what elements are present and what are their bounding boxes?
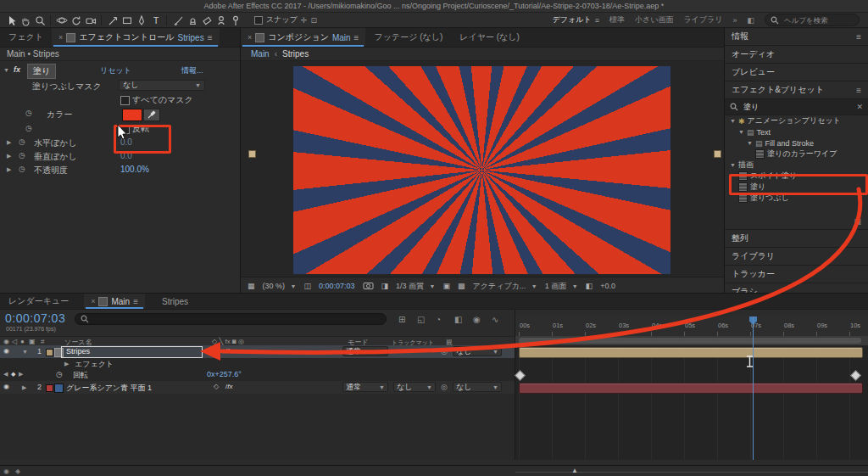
tree-text-folder[interactable]: ▼ ▤ Text — [725, 126, 868, 137]
motion-blur-icon[interactable]: ◉ — [473, 315, 481, 324]
prev-keyframe-icon[interactable]: ◀ — [3, 371, 8, 378]
panel-header-preview[interactable]: プレビュー — [725, 64, 868, 81]
time-ruler[interactable]: 00s 01s 02s 03s 04s 05s 06s 07s 08s 09s … — [515, 316, 868, 337]
pickwhip-icon[interactable]: ◎ — [441, 347, 448, 356]
snap-option2-icon[interactable]: ⊡ — [310, 16, 317, 25]
sync-settings-icon[interactable]: ◧ — [747, 16, 754, 25]
pen-tool-icon[interactable] — [134, 14, 148, 26]
stopwatch-icon[interactable]: ◷ — [25, 109, 32, 117]
tab-composition-main[interactable]: × コンポジション Main ≡ — [241, 28, 365, 47]
toggle-keyframes-icon[interactable]: ◈ — [15, 468, 20, 475]
close-icon[interactable]: × — [58, 33, 63, 42]
close-icon[interactable]: × — [248, 33, 252, 42]
selection-tool-icon[interactable] — [3, 14, 18, 26]
tab-timeline-stripes[interactable]: Stripes — [153, 294, 197, 309]
tree-generate-folder[interactable]: ▼ 描画 — [725, 160, 868, 171]
panel-header-align[interactable]: 整列 — [725, 230, 868, 248]
tree-animation-presets[interactable]: ▼ ✱ アニメーションプリセット — [725, 115, 868, 126]
rotation-tool-icon[interactable] — [69, 14, 83, 26]
graph-editor-icon[interactable]: ∿ — [492, 315, 498, 324]
orbit-camera-tool-icon[interactable] — [54, 14, 69, 26]
effect-name[interactable]: 塗り — [27, 64, 56, 79]
current-time-indicator[interactable] — [753, 316, 754, 460]
tree-effect-fill[interactable]: 塗り — [725, 182, 868, 193]
tab-layer[interactable]: レイヤー (なし) — [451, 28, 528, 47]
twirl-down-icon[interactable]: ▼ — [3, 67, 9, 73]
puppet-pin-tool-icon[interactable] — [228, 14, 242, 26]
workspace-default[interactable]: デフォルト ≡ — [553, 14, 599, 25]
exposure-value[interactable]: +0.0 — [600, 282, 615, 290]
twirl-down-icon[interactable]: ▼ — [747, 140, 753, 146]
twirl-right-icon[interactable]: ▶ — [7, 139, 11, 146]
label-color-chip[interactable] — [46, 384, 53, 392]
snapshot-camera-icon[interactable] — [363, 281, 374, 291]
layer-bar-stripes[interactable] — [519, 347, 863, 358]
rulers-icon[interactable]: ◫ — [303, 282, 311, 290]
twirl-down-icon[interactable]: ▼ — [738, 129, 744, 135]
snap-checkbox[interactable] — [254, 16, 263, 25]
channels-icon[interactable]: ◨ — [381, 282, 389, 290]
twirl-right-icon[interactable]: ▶ — [7, 166, 11, 173]
zoom-slider-track[interactable] — [515, 472, 868, 473]
comp-viewer[interactable] — [241, 61, 724, 277]
keyframe-toggle-icon[interactable]: ◆ — [11, 371, 15, 378]
rotation-label[interactable]: 回転 — [73, 370, 88, 381]
h-blur-value[interactable]: 0.0 — [120, 137, 132, 147]
fx-switch[interactable]: /fx — [225, 383, 232, 390]
snap-option-icon[interactable]: ✛ — [301, 16, 308, 25]
panel-menu-icon[interactable]: ≡ — [133, 297, 138, 306]
panel-header-tracker[interactable]: トラッカー — [725, 266, 868, 283]
view-popup[interactable]: アクティブカ... ▼ — [473, 281, 537, 292]
twirl-right-icon[interactable]: ▶ — [7, 153, 11, 160]
tab-render-queue[interactable]: レンダーキュー — [0, 294, 77, 309]
color-swatch[interactable] — [122, 109, 142, 121]
panel-menu-icon[interactable]: ≡ — [354, 33, 359, 42]
layer-handle[interactable] — [248, 150, 256, 158]
eye-icon[interactable]: ◉ — [3, 383, 9, 390]
tree-fill-and-stroke-folder[interactable]: ▼ ▤ Fill and Stroke — [725, 137, 868, 148]
nav-comp-link[interactable]: Main — [251, 49, 270, 59]
new-panel-icon[interactable]: ▣ — [854, 217, 861, 226]
v-blur-value[interactable]: 0.0 — [120, 151, 132, 160]
fill-mask-dropdown[interactable]: なし ▼ — [119, 80, 205, 91]
frame-blend-icon[interactable]: ◧ — [454, 315, 462, 324]
layer-bar-solid[interactable] — [519, 383, 863, 394]
pixel-aspect-icon[interactable]: ◧ — [586, 282, 593, 290]
tab-footage[interactable]: フッテージ (なし) — [365, 28, 451, 47]
panel-header-audio[interactable]: オーディオ — [725, 46, 868, 64]
tab-effects-partial[interactable]: フェクト — [0, 28, 52, 47]
tree-preset-fill-color-wipe[interactable]: 塗りのカラーワイプ — [725, 148, 868, 160]
zoom-slider-handle[interactable]: ▲ — [571, 467, 578, 474]
parent-dropdown-layer1[interactable]: なし▼ — [453, 346, 502, 356]
tree-effect-paint-bucket[interactable]: 塗りつぶし — [725, 193, 868, 204]
reset-link[interactable]: リセット — [100, 65, 131, 76]
next-keyframe-icon[interactable]: ▶ — [19, 371, 23, 378]
shape-tool-icon[interactable] — [120, 14, 134, 26]
shy-icon[interactable]: ◔ — [436, 315, 441, 324]
info-link[interactable]: 情報... — [181, 65, 203, 76]
hand-tool-icon[interactable] — [18, 14, 32, 26]
clear-search-icon[interactable]: ✕ — [856, 103, 863, 111]
fx-switch[interactable]: /fx — [225, 347, 232, 355]
quality-switch-icon[interactable]: ◇ — [214, 347, 219, 355]
rotation-property-row[interactable]: ◀ ◆ ▶ ◷ 回転 0x+257.6° — [0, 368, 515, 382]
timeline-search[interactable] — [75, 313, 387, 325]
opacity-value[interactable]: 100.0% — [120, 165, 149, 174]
workspace-overflow-icon[interactable]: » — [732, 16, 737, 25]
timeline-search-input[interactable] — [92, 314, 367, 324]
help-search-input[interactable] — [782, 15, 854, 25]
workspace-standard[interactable]: 標準 — [609, 14, 625, 25]
layer-row-2[interactable]: ◉ ▶ 2 グレー系シアン青 平面 1 ◇ /fx 通常▼ なし▼ ◎ なし▼ — [0, 381, 515, 395]
close-icon[interactable]: × — [91, 297, 95, 305]
stopwatch-icon[interactable]: ◷ — [19, 165, 25, 173]
grid-options-icon[interactable]: ▦ — [248, 282, 255, 290]
twirl-right-icon[interactable]: ▶ — [64, 361, 69, 367]
panel-menu-icon[interactable]: ≡ — [208, 33, 213, 42]
invert-checkbox[interactable] — [120, 125, 130, 134]
track-area[interactable] — [515, 345, 868, 460]
camera-tool-icon[interactable] — [83, 14, 97, 26]
layer-handle[interactable] — [714, 150, 721, 158]
workspace-small-screen[interactable]: 小さい画面 — [635, 14, 673, 25]
twirl-down-icon[interactable]: ▼ — [730, 118, 736, 124]
transparency-grid-icon[interactable]: ▩ — [458, 282, 465, 290]
